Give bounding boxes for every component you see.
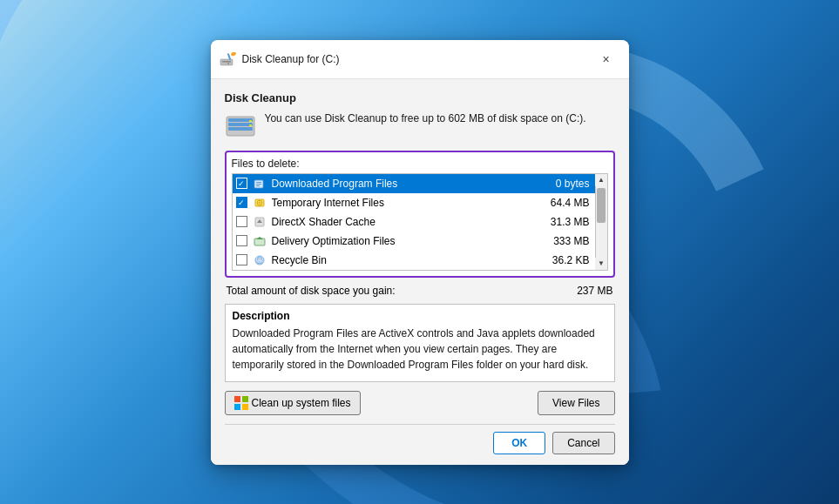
files-list[interactable]: ✓ Downloaded Program Files 0 bytes [232, 173, 608, 271]
svg-rect-30 [242, 404, 248, 410]
disk-cleanup-icon [220, 52, 237, 66]
svg-rect-10 [249, 124, 252, 126]
svg-rect-6 [228, 118, 253, 122]
svg-rect-14 [256, 185, 260, 186]
total-value: 237 MB [577, 285, 612, 297]
scrollbar-up-arrow[interactable]: ▲ [595, 174, 607, 186]
icon-recycle [253, 253, 267, 267]
title-bar: Disk Cleanup for (C:) × [211, 40, 629, 79]
files-list-scrollbar[interactable]: ▲ ▼ [595, 174, 607, 270]
file-row-delivery[interactable]: Delivery Optimization Files 333 MB [233, 232, 595, 251]
svg-rect-7 [228, 123, 253, 126]
cleanup-button-label: Clean up system files [252, 397, 351, 409]
svg-marker-22 [256, 237, 263, 239]
svg-point-4 [230, 52, 236, 57]
file-size-downloaded: 0 bytes [548, 178, 592, 190]
svg-rect-13 [256, 184, 261, 185]
icon-downloaded [253, 177, 267, 191]
close-button[interactable]: × [594, 47, 619, 71]
file-name-recycle: Recycle Bin [272, 254, 543, 266]
cleanup-system-files-button[interactable]: Clean up system files [225, 391, 361, 415]
svg-rect-21 [254, 239, 265, 245]
description-text: Downloaded Program Files are ActiveX con… [233, 326, 607, 373]
dialog-content: Disk Cleanup You can use Disk Cleanup to… [211, 79, 629, 465]
file-row-downloaded[interactable]: ✓ Downloaded Program Files 0 bytes [233, 174, 595, 193]
icon-directx [253, 215, 267, 229]
cleanup-icon [234, 396, 248, 410]
total-row: Total amount of disk space you gain: 237… [225, 285, 615, 297]
file-name-delivery: Delivery Optimization Files [272, 235, 543, 247]
file-size-directx: 31.3 MB [548, 216, 592, 228]
description-section: Description Downloaded Program Files are… [225, 304, 615, 382]
top-disk-icon [225, 113, 256, 142]
svg-rect-8 [228, 127, 253, 131]
checkbox-directx[interactable] [236, 216, 247, 227]
action-buttons: Clean up system files View Files [225, 391, 615, 415]
checkbox-temp-internet[interactable]: ✓ [236, 197, 247, 208]
svg-rect-27 [234, 396, 240, 402]
file-row-recycle[interactable]: Recycle Bin 36.2 KB [233, 251, 595, 270]
file-row-temp-internet[interactable]: ✓ Temporary Internet Files 64.4 MB [233, 193, 595, 212]
file-row-directx[interactable]: DirectX Shader Cache 31.3 MB [233, 212, 595, 232]
dialog-title: Disk Cleanup for (C:) [242, 53, 340, 65]
svg-point-2 [227, 63, 229, 64]
disk-cleanup-dialog: Disk Cleanup for (C:) × Disk Cleanup You… [211, 40, 629, 465]
top-description: You can use Disk Cleanup to free up to 6… [265, 111, 586, 126]
files-section-label: Files to delete: [232, 158, 608, 170]
view-files-label: View Files [552, 397, 599, 409]
scrollbar-thumb[interactable] [597, 188, 606, 223]
scrollbar-down-arrow[interactable]: ▼ [595, 258, 607, 270]
disk-cleanup-header: Disk Cleanup [225, 91, 615, 104]
files-list-inner: ✓ Downloaded Program Files 0 bytes [233, 174, 607, 270]
file-name-directx: DirectX Shader Cache [272, 216, 543, 228]
ok-button[interactable]: OK [493, 432, 545, 454]
top-info: You can use Disk Cleanup to free up to 6… [225, 111, 615, 142]
view-files-button[interactable]: View Files [538, 391, 614, 415]
svg-rect-29 [234, 404, 240, 410]
checkbox-recycle[interactable] [236, 254, 247, 265]
icon-temp-internet [253, 196, 267, 210]
file-size-delivery: 333 MB [548, 235, 592, 247]
checkbox-downloaded[interactable]: ✓ [236, 178, 247, 189]
file-name-downloaded: Downloaded Program Files [272, 178, 543, 190]
description-label: Description [233, 310, 607, 322]
svg-rect-1 [222, 61, 231, 63]
checkbox-delivery[interactable] [236, 235, 247, 246]
svg-rect-9 [249, 120, 252, 122]
svg-rect-12 [256, 182, 261, 183]
file-size-temp-internet: 64.4 MB [548, 197, 592, 209]
files-to-delete-section: Files to delete: ✓ [225, 151, 615, 278]
cancel-button[interactable]: Cancel [552, 432, 614, 454]
title-bar-left: Disk Cleanup for (C:) [220, 52, 340, 66]
file-name-temp-internet: Temporary Internet Files [272, 197, 543, 209]
total-label: Total amount of disk space you gain: [227, 285, 396, 297]
ok-cancel-row: OK Cancel [225, 424, 615, 454]
icon-delivery [253, 234, 267, 248]
file-size-recycle: 36.2 KB [548, 254, 592, 266]
svg-rect-28 [242, 396, 248, 402]
